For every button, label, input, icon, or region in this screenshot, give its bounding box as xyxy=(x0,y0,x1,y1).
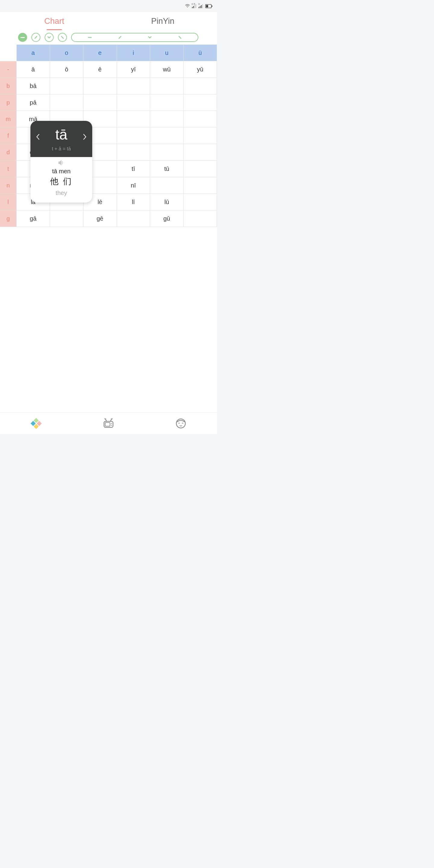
battery-icon xyxy=(205,4,213,8)
svg-line-15 xyxy=(119,36,121,38)
pinyin-cell xyxy=(150,177,184,194)
bottom-nav xyxy=(0,412,217,434)
pinyin-cell xyxy=(117,78,150,94)
pinyin-cell xyxy=(184,144,217,161)
popup-prev-button[interactable] xyxy=(34,133,42,141)
svg-rect-11 xyxy=(21,37,25,38)
pinyin-cell[interactable]: pā xyxy=(17,94,50,111)
row-header[interactable]: l xyxy=(0,194,17,210)
svg-point-22 xyxy=(111,423,112,424)
chart-corner xyxy=(0,44,17,61)
tone-1-button[interactable] xyxy=(18,33,27,42)
svg-rect-19 xyxy=(62,163,63,164)
pinyin-cell xyxy=(84,78,117,94)
pinyin-cell[interactable]: gē xyxy=(84,210,117,227)
word-pinyin: tā men xyxy=(34,168,89,175)
svg-rect-4 xyxy=(198,7,199,8)
row-header[interactable]: m xyxy=(0,111,17,127)
pinyin-cell[interactable]: ō xyxy=(50,61,84,78)
row-header[interactable]: d xyxy=(0,144,17,161)
svg-rect-18 xyxy=(62,162,63,163)
pinyin-cell[interactable]: yī xyxy=(117,61,150,78)
pinyin-cell xyxy=(150,94,184,111)
pinyin-cell[interactable]: gū xyxy=(150,210,184,227)
tabs: Chart PinYin xyxy=(0,12,217,30)
pinyin-cell[interactable]: yū xyxy=(184,61,217,78)
col-header[interactable]: ü xyxy=(184,44,217,61)
tone-3-button[interactable] xyxy=(44,33,54,42)
tone-all-button[interactable] xyxy=(71,33,198,42)
signal-1-icon: E R xyxy=(192,4,197,8)
pinyin-cell xyxy=(184,210,217,227)
pinyin-cell xyxy=(184,127,217,144)
tab-pinyin[interactable]: PinYin xyxy=(108,12,217,30)
row-header[interactable]: n xyxy=(0,177,17,194)
pinyin-cell xyxy=(150,78,184,94)
pinyin-cell xyxy=(184,194,217,210)
svg-rect-17 xyxy=(62,161,63,162)
pinyin-cell xyxy=(150,111,184,127)
svg-rect-9 xyxy=(206,5,208,7)
tab-chart[interactable]: Chart xyxy=(0,12,108,30)
svg-line-16 xyxy=(179,36,181,38)
diamond-logo-icon xyxy=(31,418,41,429)
tone-4-button[interactable] xyxy=(58,33,67,42)
popup-body: tā men 他 们 they xyxy=(30,157,92,203)
svg-rect-6 xyxy=(201,5,202,8)
popup-pinyin: tā xyxy=(34,127,89,142)
popup-header: tā t + ā = tā xyxy=(30,121,92,157)
col-header[interactable]: e xyxy=(84,44,117,61)
row-header[interactable]: f xyxy=(0,127,17,144)
play-sound-button[interactable] xyxy=(34,160,89,165)
face-icon xyxy=(176,418,186,429)
pinyin-cell[interactable]: tī xyxy=(117,161,150,177)
pinyin-chart: aoeiuü-āōēyīwūyūbbāppāmmāffāddāttātītūnn… xyxy=(0,44,217,227)
word-hanzi: 他 们 xyxy=(34,176,89,187)
word-meaning: they xyxy=(34,190,89,196)
pinyin-cell[interactable]: lī xyxy=(117,194,150,210)
pinyin-popup: tā t + ā = tā tā men 他 们 they xyxy=(30,121,92,203)
pinyin-cell xyxy=(117,94,150,111)
pinyin-cell[interactable]: nī xyxy=(117,177,150,194)
popup-next-button[interactable] xyxy=(81,133,89,141)
tone-selector xyxy=(0,30,217,44)
svg-rect-7 xyxy=(202,4,203,8)
pinyin-cell xyxy=(117,127,150,144)
col-header[interactable]: i xyxy=(117,44,150,61)
pinyin-cell[interactable]: wū xyxy=(150,61,184,78)
pinyin-cell xyxy=(117,210,150,227)
nav-profile-button[interactable] xyxy=(174,416,188,431)
row-header[interactable]: b xyxy=(0,78,17,94)
pinyin-cell[interactable]: bā xyxy=(17,78,50,94)
signal-2-icon: H xyxy=(198,4,204,8)
pinyin-cell xyxy=(184,161,217,177)
pinyin-cell xyxy=(184,94,217,111)
nav-home-button[interactable] xyxy=(29,416,43,431)
pinyin-cell xyxy=(184,177,217,194)
svg-rect-21 xyxy=(105,423,110,426)
svg-rect-2 xyxy=(194,5,195,8)
pinyin-cell[interactable]: ē xyxy=(84,61,117,78)
row-header[interactable]: - xyxy=(0,61,17,78)
svg-line-13 xyxy=(61,36,64,38)
tone-2-button[interactable] xyxy=(31,33,40,42)
row-header[interactable]: p xyxy=(0,94,17,111)
pinyin-cell xyxy=(50,94,84,111)
status-bar: E R H xyxy=(0,0,217,12)
row-header[interactable]: g xyxy=(0,210,17,227)
svg-rect-1 xyxy=(193,6,194,8)
pinyin-cell xyxy=(50,78,84,94)
nav-tv-button[interactable] xyxy=(101,416,116,431)
row-header[interactable]: t xyxy=(0,161,17,177)
pinyin-cell[interactable]: lū xyxy=(150,194,184,210)
col-header[interactable]: o xyxy=(50,44,84,61)
col-header[interactable]: u xyxy=(150,44,184,61)
pinyin-cell[interactable]: ā xyxy=(17,61,50,78)
pinyin-cell[interactable]: tū xyxy=(150,161,184,177)
pinyin-cell[interactable]: gā xyxy=(17,210,50,227)
pinyin-cell xyxy=(117,111,150,127)
wifi-icon xyxy=(185,4,190,8)
svg-rect-10 xyxy=(212,5,213,7)
svg-point-23 xyxy=(111,425,112,426)
col-header[interactable]: a xyxy=(17,44,50,61)
